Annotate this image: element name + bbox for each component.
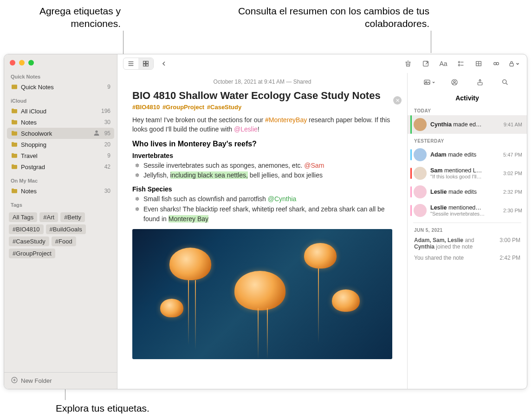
delete-button[interactable]: [401, 58, 415, 69]
sidebar-item-count: 30: [104, 188, 110, 194]
svg-point-1: [95, 130, 97, 132]
share-button[interactable]: [473, 77, 487, 88]
sidebar-item-count: 9: [107, 152, 110, 159]
shared-icon: [93, 129, 100, 138]
sidebar-item-label: Schoolwork: [21, 130, 90, 137]
sidebar-section-icloud: iCloud: [4, 96, 117, 105]
hashtag-inline[interactable]: #MontereyBay: [265, 116, 307, 124]
sidebar-item-label: Postgrad: [21, 164, 102, 171]
plus-circle-icon: [11, 376, 18, 385]
new-folder-button[interactable]: New Folder: [4, 372, 117, 389]
svg-rect-13: [510, 63, 513, 66]
lock-button[interactable]: [506, 58, 521, 69]
svg-point-17: [454, 81, 455, 83]
sidebar-item-quicknotes[interactable]: Quick Notes 9: [4, 81, 117, 92]
note-content[interactable]: ✕ October 18, 2021 at 9:41 AM — Shared B…: [117, 73, 407, 389]
mention-cynthia[interactable]: @Cynthia: [268, 195, 297, 203]
sidebar-item-postgrad[interactable]: Postgrad42: [4, 161, 117, 172]
sidebar-item-count: 42: [104, 164, 110, 170]
sidebar-item-all-icloud[interactable]: All iCloud196: [4, 105, 117, 117]
sidebar-item-label: Notes: [21, 188, 102, 195]
collaborate-button[interactable]: [447, 77, 462, 88]
activity-panel: Activity TODAY Cynthia made ed…9:41 AM Y…: [407, 73, 527, 389]
back-button[interactable]: [156, 58, 171, 69]
activity-item[interactable]: Sam mentioned L…"If this looks good I'll…: [408, 164, 527, 183]
note-image: [132, 229, 392, 359]
svg-rect-3: [143, 61, 146, 64]
activity-time: 9:41 AM: [504, 122, 522, 127]
list-item: Small fish such as clownfish and parrotf…: [143, 194, 392, 204]
view-toggle: [123, 58, 154, 70]
close-window[interactable]: [10, 60, 15, 66]
activity-item[interactable]: Leslie made edits2:32 PM: [408, 183, 527, 201]
search-button[interactable]: [498, 77, 513, 88]
sidebar-item-notes[interactable]: Notes30: [4, 117, 117, 128]
activity-section-yesterday: YESTERDAY: [408, 137, 527, 145]
tag-chip[interactable]: #CaseStudy: [9, 236, 49, 246]
gallery-view-button[interactable]: [138, 58, 153, 69]
callout-browse-tags: Explora tus etiquetas.: [56, 402, 149, 414]
activity-item[interactable]: Cynthia made ed…9:41 AM: [408, 115, 527, 134]
activity-section-today: TODAY: [408, 106, 527, 115]
mention-sam[interactable]: @Sam: [304, 162, 324, 169]
sidebar-section-quicknotes: Quick Notes: [4, 72, 117, 81]
avatar: [414, 167, 427, 180]
list-view-button[interactable]: [123, 58, 138, 69]
activity-toolbar: [408, 73, 527, 92]
note-subheading: Invertebrates: [132, 152, 392, 159]
tag-chip[interactable]: #Betty: [60, 212, 85, 222]
new-note-button[interactable]: [418, 58, 433, 69]
svg-rect-5: [143, 64, 146, 66]
sidebar-item-notes[interactable]: Notes30: [4, 185, 117, 197]
sidebar-item-shopping[interactable]: Shopping20: [4, 139, 117, 150]
mention-leslie[interactable]: @Leslie: [234, 125, 258, 133]
note-hashtags: #BIO4810 #GroupProject #CaseStudy: [132, 104, 392, 111]
sidebar-item-count: 196: [101, 108, 110, 114]
sidebar-item-count: 95: [104, 130, 110, 137]
tag-chip[interactable]: #BIO4810: [9, 224, 44, 234]
tag-chip[interactable]: #Art: [39, 212, 58, 222]
avatar: [414, 148, 427, 161]
folder-icon: [11, 83, 18, 91]
activity-section-older: JUN 5, 2021: [408, 226, 527, 235]
tag-chip[interactable]: All Tags: [9, 212, 37, 222]
sidebar-item-count: 20: [104, 141, 110, 148]
folder-icon: [11, 187, 18, 195]
tags-area: All Tags#Art#Betty#BIO4810#BuildGoals#Ca…: [4, 210, 117, 261]
sidebar-item-schoolwork[interactable]: Schoolwork95: [7, 128, 114, 139]
svg-rect-0: [12, 85, 17, 89]
folder-icon: [11, 163, 18, 171]
tag-chip[interactable]: #BuildGoals: [46, 224, 86, 234]
notes-window: Quick Notes Quick Notes 9 iCloud All iCl…: [4, 54, 527, 389]
activity-time: 5:47 PM: [503, 152, 522, 158]
hashtag[interactable]: #BIO4810: [132, 104, 160, 111]
sidebar-section-tags: Tags: [4, 200, 117, 210]
close-activity-icon[interactable]: ✕: [393, 96, 402, 105]
note-timestamp: October 18, 2021 at 9:41 AM — Shared: [132, 79, 392, 85]
sidebar-item-label: Shopping: [21, 141, 102, 148]
tag-chip[interactable]: #GroupProject: [9, 249, 55, 258]
checklist-button[interactable]: [454, 58, 468, 69]
activity-plain-item[interactable]: Adam, Sam, Leslie and Cynthia joined the…: [408, 235, 527, 252]
activity-title: Activity: [408, 92, 527, 106]
sidebar-item-travel[interactable]: Travel9: [4, 150, 117, 161]
svg-point-11: [494, 62, 496, 65]
list-item: Jellyfish, including black sea nettles, …: [143, 171, 392, 181]
svg-point-12: [496, 62, 499, 65]
activity-plain-item[interactable]: You shared the note 2:42 PM: [408, 252, 527, 263]
link-button[interactable]: [489, 58, 504, 69]
activity-item[interactable]: Adam made edits5:47 PM: [408, 145, 527, 164]
media-button[interactable]: [422, 77, 437, 88]
hashtag[interactable]: #GroupProject: [162, 104, 204, 111]
maximize-window[interactable]: [28, 60, 34, 66]
minimize-window[interactable]: [19, 60, 25, 66]
hashtag[interactable]: #CaseStudy: [207, 104, 241, 111]
sidebar-item-label: Notes: [21, 119, 102, 126]
tag-chip[interactable]: #Food: [52, 236, 76, 246]
activity-item[interactable]: Leslie mentioned…"Sessile invertebrates……: [408, 201, 527, 220]
format-button[interactable]: Aa: [436, 58, 451, 69]
activity-time: 2:32 PM: [503, 189, 522, 195]
sidebar-item-label: Travel: [21, 152, 104, 159]
activity-time: 3:02 PM: [503, 171, 522, 176]
table-button[interactable]: [471, 58, 486, 69]
